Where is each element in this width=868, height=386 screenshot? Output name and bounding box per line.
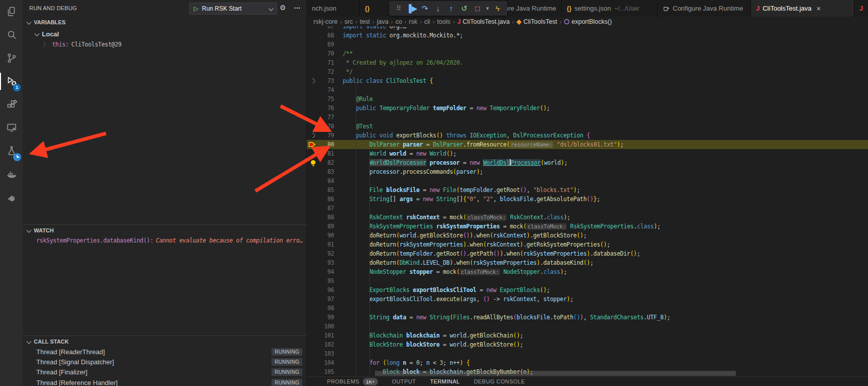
code-line[interactable]: 79 public void exportBlocks() throws IOE…	[307, 131, 868, 140]
code-line[interactable]: 101 Blockchain blockchain = world.getBlo…	[307, 331, 868, 340]
search-icon[interactable]	[0, 23, 23, 46]
editor-tab-settings-json[interactable]: {}settings.json~/.../User	[562, 0, 658, 17]
continue-icon[interactable]: ▐▶	[405, 1, 418, 16]
code-line[interactable]: 71 * Created by ajlopez on 26/04/2020.	[307, 58, 868, 67]
explorer-icon[interactable]	[0, 0, 23, 23]
code-line[interactable]: 80 DslParser parser = DslParser.fromReso…	[307, 140, 868, 149]
line-number[interactable]: 79	[319, 132, 334, 139]
breadcrumb-item[interactable]: cli	[424, 18, 430, 25]
editor-tab[interactable]: J	[854, 0, 868, 17]
extensions-icon[interactable]	[0, 93, 23, 116]
run-and-debug-icon[interactable]: 1	[0, 70, 23, 93]
code-line[interactable]: 77	[307, 113, 868, 122]
line-number[interactable]: 98	[319, 305, 334, 312]
code-line[interactable]: 100	[307, 322, 868, 331]
code-line[interactable]: 68import static org.mockito.Mockito.*;	[307, 31, 868, 40]
code-line[interactable]: 69	[307, 40, 868, 49]
code-line[interactable]: 82 WorldDslProcessor processor = new Wor…	[307, 158, 868, 167]
call-stack-thread-row[interactable]: Thread [Signal Dispatcher]RUNNING	[23, 357, 306, 367]
line-number[interactable]: 76	[319, 105, 334, 112]
line-number[interactable]: 93	[319, 259, 334, 266]
line-number[interactable]: 70	[319, 50, 334, 57]
editor-tab-clitoolstest-java[interactable]: JCliToolsTest.java×	[751, 0, 854, 17]
panel-tab-debug-console[interactable]: DEBUG CONSOLE	[474, 378, 525, 384]
code-line[interactable]: 76 public TemporaryFolder tempFolder = n…	[307, 104, 868, 113]
line-number[interactable]: 92	[319, 250, 334, 257]
call-stack-thread-row[interactable]: Thread [Finalizer]RUNNING	[23, 367, 306, 377]
code-line[interactable]: 90 doReturn(world.getBlockStore()).when(…	[307, 231, 868, 240]
line-number[interactable]: 80	[319, 141, 334, 148]
breadcrumb-item[interactable]: src	[345, 18, 353, 25]
step-into-icon[interactable]: ↓	[431, 1, 445, 16]
call-stack-section-header[interactable]: CALL STACK	[23, 336, 306, 347]
variable-this-row[interactable]: 〉 this: CliToolsTest@29	[23, 39, 306, 50]
more-actions-icon[interactable]: ⋯	[294, 4, 301, 12]
breakpoint-exec-icon[interactable]	[307, 140, 319, 149]
code-line[interactable]: 78 @Test	[307, 122, 868, 131]
code-line[interactable]: 67import static org.…	[307, 26, 868, 31]
variables-scope-local[interactable]: Local	[23, 29, 306, 39]
code-line[interactable]: 83 processor.processCommands(parser);	[307, 167, 868, 176]
stop-icon[interactable]: □	[471, 1, 484, 16]
code-line[interactable]: 96 ExportBlocks exportBlocksCliTool = ne…	[307, 285, 868, 295]
testing-icon[interactable]	[0, 139, 23, 163]
code-line[interactable]: 75 @Rule	[307, 94, 868, 104]
code-line[interactable]: 88 RskContext rskContext = mock(classToM…	[307, 213, 868, 222]
line-number[interactable]: 104	[319, 359, 334, 366]
line-number[interactable]: 73	[319, 77, 334, 84]
breadcrumb-item[interactable]: rskj-core	[313, 18, 338, 25]
editor-tab-nch-json[interactable]: nch.json	[307, 0, 360, 17]
line-number[interactable]: 91	[319, 241, 334, 248]
panel-tab-problems[interactable]: PROBLEMS1K+	[327, 378, 378, 385]
line-number[interactable]: 102	[319, 341, 334, 348]
line-number[interactable]: 74	[319, 86, 334, 93]
code-line[interactable]: 94 NodeStopper stopper = mock(classToMoc…	[307, 267, 868, 276]
line-number[interactable]: 78	[319, 123, 334, 130]
breadcrumb-item[interactable]: co	[395, 18, 402, 25]
line-number[interactable]: 82	[319, 159, 334, 166]
line-number[interactable]: 95	[319, 277, 334, 284]
line-number[interactable]: 89	[319, 223, 334, 230]
line-number[interactable]: 68	[319, 32, 334, 39]
remote-explorer-icon[interactable]	[0, 116, 23, 139]
code-line[interactable]: 72 */	[307, 67, 868, 76]
code-editor[interactable]: 67import static org.…68import static org…	[307, 26, 868, 376]
panel-tab-terminal[interactable]: TERMINAL	[430, 378, 460, 384]
line-number[interactable]: 97	[319, 296, 334, 303]
line-number[interactable]: 99	[319, 314, 334, 321]
call-stack-thread-row[interactable]: Thread [ReaderThread]RUNNING	[23, 347, 306, 357]
step-out-icon[interactable]: ↑	[445, 1, 458, 16]
stop-chevron-icon[interactable]: ▾	[484, 1, 491, 16]
horizontal-scrollbar[interactable]	[375, 371, 736, 376]
line-number[interactable]: 72	[319, 68, 334, 75]
code-line[interactable]: 99 String data = new String(Files.readAl…	[307, 313, 868, 322]
code-line[interactable]: 104 for (long n = 0; n < 3; n++) {	[307, 358, 868, 367]
source-control-icon[interactable]	[0, 46, 23, 70]
code-line[interactable]: 102 BlockStore blockStore = world.getBlo…	[307, 340, 868, 349]
hot-code-replace-icon[interactable]: ϟ	[491, 1, 504, 16]
line-number[interactable]: 101	[319, 332, 334, 339]
code-line[interactable]: 74	[307, 85, 868, 94]
code-line[interactable]: 86 String[] args = new String[]{"0", "2"…	[307, 195, 868, 204]
breadcrumb-item[interactable]: ◈CliToolsTest	[517, 18, 557, 25]
breadcrumb-item[interactable]: ⬡exportBlocks()	[564, 18, 612, 25]
gear-icon[interactable]: ⚙	[280, 4, 286, 12]
code-line[interactable]: 103	[307, 349, 868, 358]
breadcrumb-item[interactable]: java	[377, 18, 389, 25]
line-number[interactable]: 67	[319, 26, 334, 30]
call-stack-thread-row[interactable]: Thread [Reference Handler]RUNNING	[23, 377, 306, 386]
breadcrumb-item[interactable]: rsk	[409, 18, 417, 25]
code-line[interactable]: 95	[307, 276, 868, 285]
line-number[interactable]: 86	[319, 196, 334, 203]
code-line[interactable]: 87	[307, 204, 868, 213]
lightbulb-icon[interactable]	[307, 158, 319, 167]
breadcrumb-item[interactable]: JCliToolsTest.java	[457, 18, 510, 25]
code-line[interactable]: 98	[307, 304, 868, 313]
frame-indicator-icon[interactable]	[307, 76, 319, 85]
line-number[interactable]: 100	[319, 323, 334, 330]
code-line[interactable]: 93 doReturn(DbKind.LEVEL_DB).when(rskSys…	[307, 258, 868, 267]
code-line[interactable]: 91 doReturn(rskSystemProperties).when(rs…	[307, 240, 868, 249]
panel-tab-output[interactable]: OUTPUT	[392, 378, 416, 384]
line-number[interactable]: 90	[319, 232, 334, 239]
watch-expression-row[interactable]: rskSystemProperties.databaseKind(): Cann…	[23, 235, 306, 246]
